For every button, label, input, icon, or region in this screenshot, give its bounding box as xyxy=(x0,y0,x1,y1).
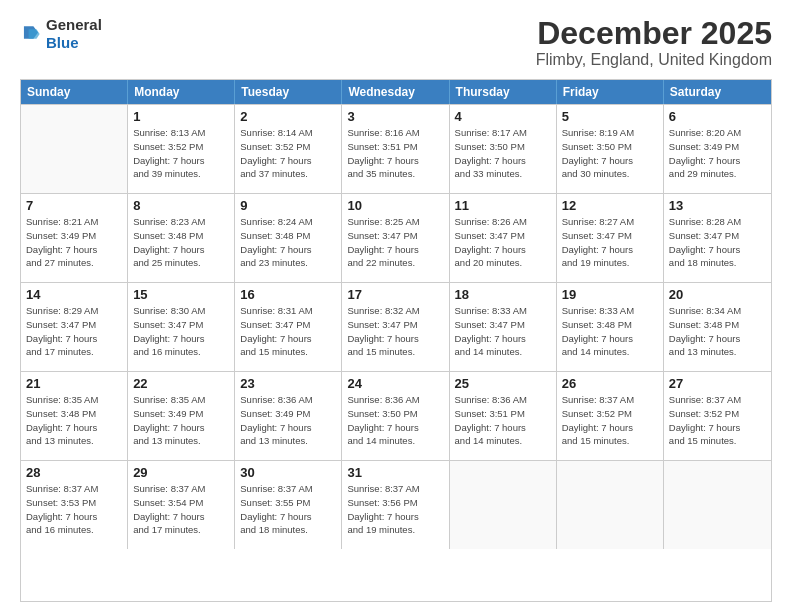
calendar-cell: 30Sunrise: 8:37 AM Sunset: 3:55 PM Dayli… xyxy=(235,461,342,549)
day-info: Sunrise: 8:27 AM Sunset: 3:47 PM Dayligh… xyxy=(562,215,658,270)
day-info: Sunrise: 8:16 AM Sunset: 3:51 PM Dayligh… xyxy=(347,126,443,181)
calendar-cell: 31Sunrise: 8:37 AM Sunset: 3:56 PM Dayli… xyxy=(342,461,449,549)
calendar-cell: 9Sunrise: 8:24 AM Sunset: 3:48 PM Daylig… xyxy=(235,194,342,282)
day-number: 19 xyxy=(562,287,658,302)
calendar-cell: 28Sunrise: 8:37 AM Sunset: 3:53 PM Dayli… xyxy=(21,461,128,549)
weekday-header: Monday xyxy=(128,80,235,104)
day-info: Sunrise: 8:23 AM Sunset: 3:48 PM Dayligh… xyxy=(133,215,229,270)
day-info: Sunrise: 8:36 AM Sunset: 3:51 PM Dayligh… xyxy=(455,393,551,448)
calendar-row: 1Sunrise: 8:13 AM Sunset: 3:52 PM Daylig… xyxy=(21,104,771,193)
logo: General Blue xyxy=(20,16,102,52)
weekday-header: Saturday xyxy=(664,80,771,104)
day-info: Sunrise: 8:37 AM Sunset: 3:53 PM Dayligh… xyxy=(26,482,122,537)
logo-general: General xyxy=(46,16,102,33)
day-info: Sunrise: 8:19 AM Sunset: 3:50 PM Dayligh… xyxy=(562,126,658,181)
day-number: 15 xyxy=(133,287,229,302)
day-info: Sunrise: 8:36 AM Sunset: 3:50 PM Dayligh… xyxy=(347,393,443,448)
day-number: 3 xyxy=(347,109,443,124)
calendar-cell: 4Sunrise: 8:17 AM Sunset: 3:50 PM Daylig… xyxy=(450,105,557,193)
calendar-cell: 17Sunrise: 8:32 AM Sunset: 3:47 PM Dayli… xyxy=(342,283,449,371)
calendar-cell: 18Sunrise: 8:33 AM Sunset: 3:47 PM Dayli… xyxy=(450,283,557,371)
day-number: 2 xyxy=(240,109,336,124)
calendar-cell: 24Sunrise: 8:36 AM Sunset: 3:50 PM Dayli… xyxy=(342,372,449,460)
day-info: Sunrise: 8:37 AM Sunset: 3:55 PM Dayligh… xyxy=(240,482,336,537)
weekday-header: Sunday xyxy=(21,80,128,104)
calendar-row: 21Sunrise: 8:35 AM Sunset: 3:48 PM Dayli… xyxy=(21,371,771,460)
day-info: Sunrise: 8:26 AM Sunset: 3:47 PM Dayligh… xyxy=(455,215,551,270)
day-number: 26 xyxy=(562,376,658,391)
calendar-cell: 27Sunrise: 8:37 AM Sunset: 3:52 PM Dayli… xyxy=(664,372,771,460)
day-info: Sunrise: 8:33 AM Sunset: 3:47 PM Dayligh… xyxy=(455,304,551,359)
day-number: 9 xyxy=(240,198,336,213)
day-number: 23 xyxy=(240,376,336,391)
day-number: 29 xyxy=(133,465,229,480)
calendar-cell: 16Sunrise: 8:31 AM Sunset: 3:47 PM Dayli… xyxy=(235,283,342,371)
day-info: Sunrise: 8:37 AM Sunset: 3:56 PM Dayligh… xyxy=(347,482,443,537)
weekday-header: Wednesday xyxy=(342,80,449,104)
day-number: 13 xyxy=(669,198,766,213)
day-info: Sunrise: 8:37 AM Sunset: 3:52 PM Dayligh… xyxy=(669,393,766,448)
calendar-cell: 13Sunrise: 8:28 AM Sunset: 3:47 PM Dayli… xyxy=(664,194,771,282)
logo-text: General Blue xyxy=(46,16,102,52)
day-number: 7 xyxy=(26,198,122,213)
day-info: Sunrise: 8:33 AM Sunset: 3:48 PM Dayligh… xyxy=(562,304,658,359)
calendar-cell: 3Sunrise: 8:16 AM Sunset: 3:51 PM Daylig… xyxy=(342,105,449,193)
calendar-cell: 5Sunrise: 8:19 AM Sunset: 3:50 PM Daylig… xyxy=(557,105,664,193)
calendar-cell: 10Sunrise: 8:25 AM Sunset: 3:47 PM Dayli… xyxy=(342,194,449,282)
day-number: 12 xyxy=(562,198,658,213)
day-number: 27 xyxy=(669,376,766,391)
day-number: 5 xyxy=(562,109,658,124)
day-number: 10 xyxy=(347,198,443,213)
month-title: December 2025 xyxy=(536,16,772,51)
calendar-cell xyxy=(664,461,771,549)
day-info: Sunrise: 8:37 AM Sunset: 3:54 PM Dayligh… xyxy=(133,482,229,537)
calendar-cell: 29Sunrise: 8:37 AM Sunset: 3:54 PM Dayli… xyxy=(128,461,235,549)
logo-blue: Blue xyxy=(46,34,79,51)
day-info: Sunrise: 8:21 AM Sunset: 3:49 PM Dayligh… xyxy=(26,215,122,270)
calendar-cell: 20Sunrise: 8:34 AM Sunset: 3:48 PM Dayli… xyxy=(664,283,771,371)
title-block: December 2025 Flimby, England, United Ki… xyxy=(536,16,772,69)
calendar-cell xyxy=(557,461,664,549)
calendar-cell: 19Sunrise: 8:33 AM Sunset: 3:48 PM Dayli… xyxy=(557,283,664,371)
calendar-cell: 12Sunrise: 8:27 AM Sunset: 3:47 PM Dayli… xyxy=(557,194,664,282)
day-info: Sunrise: 8:20 AM Sunset: 3:49 PM Dayligh… xyxy=(669,126,766,181)
weekday-header: Thursday xyxy=(450,80,557,104)
day-number: 22 xyxy=(133,376,229,391)
day-info: Sunrise: 8:34 AM Sunset: 3:48 PM Dayligh… xyxy=(669,304,766,359)
day-number: 1 xyxy=(133,109,229,124)
calendar-cell: 8Sunrise: 8:23 AM Sunset: 3:48 PM Daylig… xyxy=(128,194,235,282)
day-number: 16 xyxy=(240,287,336,302)
calendar-cell: 21Sunrise: 8:35 AM Sunset: 3:48 PM Dayli… xyxy=(21,372,128,460)
calendar-cell: 25Sunrise: 8:36 AM Sunset: 3:51 PM Dayli… xyxy=(450,372,557,460)
day-info: Sunrise: 8:24 AM Sunset: 3:48 PM Dayligh… xyxy=(240,215,336,270)
weekday-header: Friday xyxy=(557,80,664,104)
day-info: Sunrise: 8:36 AM Sunset: 3:49 PM Dayligh… xyxy=(240,393,336,448)
calendar: SundayMondayTuesdayWednesdayThursdayFrid… xyxy=(20,79,772,602)
day-info: Sunrise: 8:14 AM Sunset: 3:52 PM Dayligh… xyxy=(240,126,336,181)
calendar-row: 14Sunrise: 8:29 AM Sunset: 3:47 PM Dayli… xyxy=(21,282,771,371)
day-number: 17 xyxy=(347,287,443,302)
calendar-row: 28Sunrise: 8:37 AM Sunset: 3:53 PM Dayli… xyxy=(21,460,771,549)
calendar-cell xyxy=(21,105,128,193)
logo-icon xyxy=(20,23,42,45)
location-title: Flimby, England, United Kingdom xyxy=(536,51,772,69)
day-number: 6 xyxy=(669,109,766,124)
calendar-cell: 14Sunrise: 8:29 AM Sunset: 3:47 PM Dayli… xyxy=(21,283,128,371)
day-info: Sunrise: 8:25 AM Sunset: 3:47 PM Dayligh… xyxy=(347,215,443,270)
day-info: Sunrise: 8:28 AM Sunset: 3:47 PM Dayligh… xyxy=(669,215,766,270)
calendar-body: 1Sunrise: 8:13 AM Sunset: 3:52 PM Daylig… xyxy=(21,104,771,549)
day-info: Sunrise: 8:37 AM Sunset: 3:52 PM Dayligh… xyxy=(562,393,658,448)
day-info: Sunrise: 8:17 AM Sunset: 3:50 PM Dayligh… xyxy=(455,126,551,181)
calendar-cell: 1Sunrise: 8:13 AM Sunset: 3:52 PM Daylig… xyxy=(128,105,235,193)
day-number: 18 xyxy=(455,287,551,302)
day-info: Sunrise: 8:35 AM Sunset: 3:49 PM Dayligh… xyxy=(133,393,229,448)
day-number: 24 xyxy=(347,376,443,391)
header: General Blue December 2025 Flimby, Engla… xyxy=(20,16,772,69)
calendar-cell xyxy=(450,461,557,549)
calendar-header: SundayMondayTuesdayWednesdayThursdayFrid… xyxy=(21,80,771,104)
day-number: 30 xyxy=(240,465,336,480)
calendar-cell: 15Sunrise: 8:30 AM Sunset: 3:47 PM Dayli… xyxy=(128,283,235,371)
day-number: 21 xyxy=(26,376,122,391)
calendar-cell: 6Sunrise: 8:20 AM Sunset: 3:49 PM Daylig… xyxy=(664,105,771,193)
day-number: 11 xyxy=(455,198,551,213)
